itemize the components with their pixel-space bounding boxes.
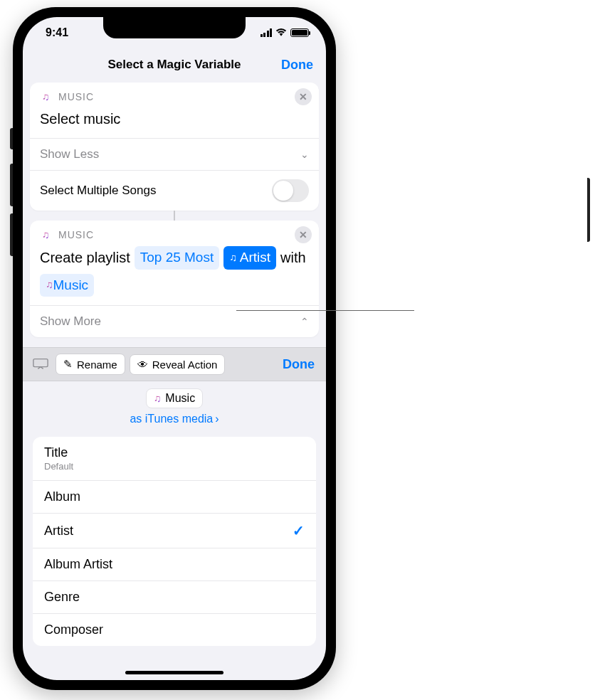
svg-rect-0 bbox=[33, 359, 48, 367]
close-icon[interactable]: ✕ bbox=[295, 88, 312, 105]
action-app-label: MUSIC bbox=[58, 91, 94, 102]
notch bbox=[103, 17, 246, 38]
property-label: Album Artist bbox=[44, 557, 112, 572]
rename-label: Rename bbox=[77, 359, 117, 371]
property-row[interactable]: Album bbox=[33, 481, 316, 514]
eye-icon: 👁 bbox=[137, 359, 148, 371]
property-row[interactable]: TitleDefault bbox=[33, 437, 316, 481]
callout-line bbox=[236, 310, 414, 311]
status-time: 9:41 bbox=[46, 26, 68, 39]
keyboard-dismiss-button[interactable] bbox=[30, 354, 51, 375]
property-label: Title bbox=[44, 445, 73, 460]
action-title: Select music bbox=[30, 107, 319, 138]
variable-property-token[interactable]: ♫ Artist bbox=[223, 246, 276, 270]
music-note-icon: ♫ bbox=[154, 393, 162, 404]
screen: 9:41 Select a Magic Variable Done ♫ MUSI… bbox=[23, 17, 326, 680]
phone-frame: 9:41 Select a Magic Variable Done ♫ MUSI… bbox=[13, 7, 336, 690]
property-row[interactable]: Artist✓ bbox=[33, 514, 316, 548]
variable-property-label: Artist bbox=[240, 248, 270, 268]
rename-button[interactable]: ✎ Rename bbox=[56, 354, 125, 375]
close-icon[interactable]: ✕ bbox=[295, 226, 312, 243]
action-card-select-music: ♫ MUSIC ✕ Select music Show Less ⌄ Selec… bbox=[30, 83, 319, 211]
variable-type-button[interactable]: as iTunes media › bbox=[130, 413, 219, 425]
property-label: Composer bbox=[44, 622, 103, 637]
property-sublabel: Default bbox=[44, 461, 73, 472]
variable-chip[interactable]: ♫ Music bbox=[146, 388, 203, 408]
nav-title: Select a Magic Variable bbox=[107, 58, 241, 72]
variable-name: Music bbox=[165, 392, 195, 405]
pencil-icon: ✎ bbox=[63, 358, 73, 371]
music-note-icon: ♫ bbox=[46, 277, 53, 292]
action-card-create-playlist: ♫ MUSIC ✕ Create playlist Top 25 Most ♫ … bbox=[30, 221, 319, 337]
action-app-label: MUSIC bbox=[58, 229, 94, 240]
music-note-icon: ♫ bbox=[229, 250, 237, 265]
music-variable-token[interactable]: ♫ Music bbox=[40, 274, 94, 297]
property-row[interactable]: Genre bbox=[33, 581, 316, 614]
select-multiple-label: Select Multiple Songs bbox=[40, 184, 156, 198]
music-app-icon: ♫ bbox=[38, 228, 53, 242]
battery-icon bbox=[290, 28, 309, 37]
property-label: Album bbox=[44, 489, 80, 504]
property-list: TitleDefaultAlbumArtist✓Album ArtistGenr… bbox=[33, 437, 316, 646]
action-title: Create playlist Top 25 Most ♫ Artist wit… bbox=[30, 245, 319, 305]
select-multiple-toggle[interactable] bbox=[272, 179, 309, 202]
music-app-icon: ♫ bbox=[38, 90, 53, 104]
select-multiple-row: Select Multiple Songs bbox=[30, 170, 319, 211]
playlist-name-token[interactable]: Top 25 Most bbox=[135, 246, 220, 270]
checkmark-icon: ✓ bbox=[293, 522, 305, 539]
show-less-button[interactable]: Show Less ⌄ bbox=[30, 138, 319, 170]
nav-header: Select a Magic Variable Done bbox=[23, 48, 326, 81]
keyboard-toolbar: ✎ Rename 👁 Reveal Action Done bbox=[23, 347, 326, 381]
chevron-right-icon: › bbox=[215, 413, 219, 425]
property-row[interactable]: Composer bbox=[33, 614, 316, 646]
reveal-label: Reveal Action bbox=[152, 359, 218, 371]
wifi-icon bbox=[275, 28, 287, 37]
property-label: Artist bbox=[44, 524, 73, 539]
property-row[interactable]: Album Artist bbox=[33, 548, 316, 581]
variable-info: ♫ Music as iTunes media › bbox=[30, 381, 319, 431]
music-variable-label: Music bbox=[53, 275, 89, 296]
home-indicator[interactable] bbox=[125, 671, 223, 674]
cellular-icon bbox=[260, 28, 273, 37]
action-prefix: Create playlist bbox=[40, 247, 130, 268]
show-less-label: Show Less bbox=[40, 147, 99, 161]
action-middle: with bbox=[280, 247, 306, 268]
reveal-action-button[interactable]: 👁 Reveal Action bbox=[130, 354, 226, 375]
nav-done-button[interactable]: Done bbox=[281, 58, 313, 73]
show-more-label: Show More bbox=[40, 314, 101, 329]
property-label: Genre bbox=[44, 590, 80, 605]
chevron-up-icon: ⌃ bbox=[300, 316, 309, 327]
variable-type-label: as iTunes media bbox=[130, 413, 213, 425]
toolbar-done-button[interactable]: Done bbox=[278, 357, 319, 372]
chevron-down-icon: ⌄ bbox=[300, 149, 309, 160]
